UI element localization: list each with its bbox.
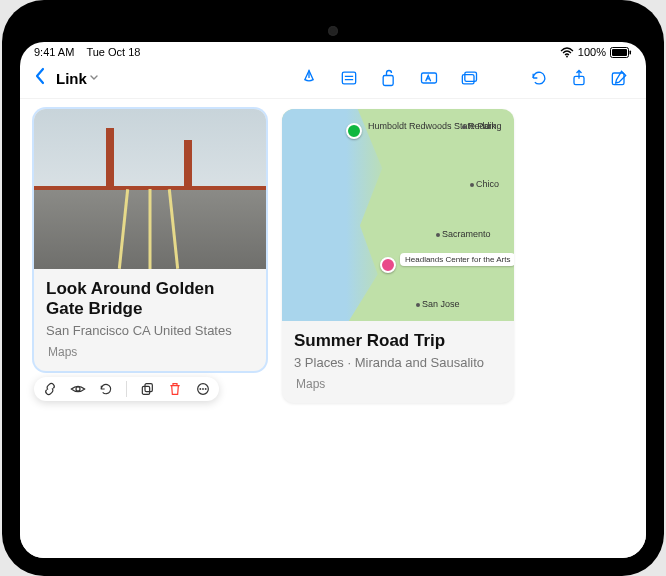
card-source: Maps [46,345,254,359]
svg-point-19 [203,389,204,390]
status-date: Tue Oct 18 [86,46,140,58]
map-label: Sacramento [436,229,491,239]
map-pin-museum-icon [380,257,396,273]
card-title: Summer Road Trip [294,331,502,351]
screen: 9:41 AM Tue Oct 18 100% Link [20,42,646,558]
svg-point-0 [566,55,568,57]
duplicate-action-button[interactable] [139,381,155,397]
battery-icon [610,47,632,58]
card-source: Maps [294,377,502,391]
svg-point-20 [205,389,206,390]
map-callout: Headlands Center for the Arts [400,253,514,266]
undo-button[interactable] [522,64,556,92]
card-subtitle: 3 Places · Miranda and Sausalito [294,355,502,371]
card-body: Look Around Golden Gate Bridge San Franc… [34,269,266,371]
ipad-frame: 9:41 AM Tue Oct 18 100% Link [2,0,664,576]
compose-button[interactable] [602,64,636,92]
document-title-menu[interactable]: Link [56,70,99,87]
map-label: Redding [462,121,502,131]
svg-point-18 [200,389,201,390]
card-title: Look Around Golden Gate Bridge [46,279,254,319]
card-thumbnail [34,109,266,269]
map-label: San Jose [416,299,460,309]
checklist-tool-button[interactable] [332,64,366,92]
svg-rect-8 [383,76,393,86]
card-body: Summer Road Trip 3 Places · Miranda and … [282,321,514,403]
text-format-button[interactable] [412,64,446,92]
refresh-action-button[interactable] [98,381,114,397]
wifi-icon [560,47,574,58]
map-label: Chico [470,179,499,189]
status-right: 100% [560,46,632,58]
attachment-tool-button[interactable] [372,64,406,92]
link-action-button[interactable] [42,381,58,397]
status-time: 9:41 AM [34,46,74,58]
document-title: Link [56,70,87,87]
markup-tool-button[interactable] [292,64,326,92]
svg-rect-5 [342,72,355,84]
status-left: 9:41 AM Tue Oct 18 [34,46,140,58]
delete-action-button[interactable] [167,381,183,397]
svg-rect-3 [630,50,632,54]
share-button[interactable] [562,64,596,92]
selection-handle[interactable] [262,367,266,371]
more-action-button[interactable] [195,381,211,397]
maps-card-lookaround[interactable]: Look Around Golden Gate Bridge San Franc… [34,109,266,371]
app-toolbar: Link [20,60,646,99]
battery-pct: 100% [578,46,606,58]
note-canvas[interactable]: Look Around Golden Gate Bridge San Franc… [20,99,646,558]
map-pin-park-icon [346,123,362,139]
selection-context-toolbar [34,377,219,401]
chevron-down-icon [89,73,99,84]
back-button[interactable] [30,67,50,90]
photos-tool-button[interactable] [452,64,486,92]
svg-rect-16 [145,384,152,392]
status-bar: 9:41 AM Tue Oct 18 100% [20,42,646,60]
svg-rect-2 [612,49,627,56]
svg-rect-11 [465,72,477,81]
device-camera [328,26,338,36]
svg-point-14 [76,387,80,391]
separator [126,381,127,397]
selection-handle[interactable] [34,367,38,371]
card-thumbnail-map: Humboldt Redwoods State Park Redding Chi… [282,109,514,321]
svg-rect-10 [462,75,474,84]
card-subtitle: San Francisco CA United States [46,323,254,339]
maps-card-guide[interactable]: Humboldt Redwoods State Park Redding Chi… [282,109,514,403]
preview-action-button[interactable] [70,381,86,397]
svg-rect-15 [142,387,149,395]
